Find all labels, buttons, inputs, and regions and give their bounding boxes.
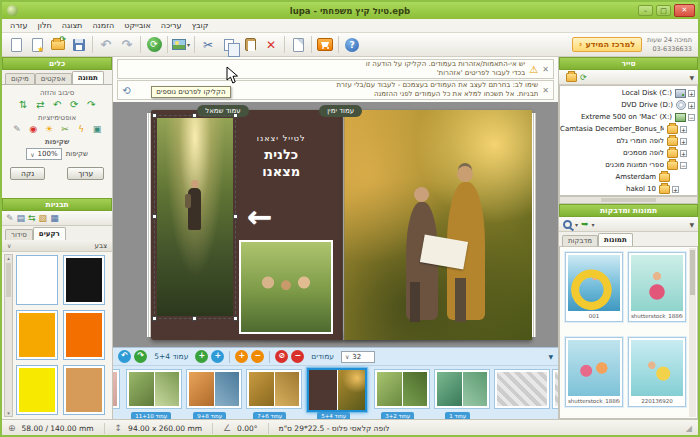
flip-horizontal-icon[interactable]: ⇄ (34, 99, 47, 110)
tree-item-ready-books[interactable]: ספרי תמונות מוכנים− (560, 159, 697, 171)
resize-handle[interactable] (152, 316, 157, 321)
panel-menu-icon[interactable]: ▼ (689, 221, 694, 228)
tree-item-extreme-500[interactable]: Extreme 500 on 'Mac' (X:)− (560, 111, 697, 123)
expander-icon[interactable]: + (680, 150, 687, 157)
cut-icon[interactable]: ✂ (198, 35, 218, 54)
spread-thumb[interactable] (127, 370, 181, 408)
remove-pages-button[interactable]: − (291, 350, 304, 363)
preview-refresh-icon[interactable]: ⟳ (144, 35, 164, 54)
spread-thumb[interactable] (247, 370, 301, 408)
left-page[interactable]: לטייל יצאנו כלנית מצאנו ← (151, 110, 343, 340)
tree-item-documents[interactable]: לופה מסמכים+ (560, 147, 697, 159)
expander-icon[interactable]: + (688, 90, 695, 97)
tab-position[interactable]: מיקום (5, 73, 35, 84)
expander-icon[interactable]: − (680, 162, 687, 169)
background-swatch[interactable] (63, 365, 105, 415)
tab-image[interactable]: תמונה (72, 71, 104, 84)
image-thumb[interactable]: 220136920 (628, 337, 686, 407)
save-icon[interactable] (69, 35, 89, 54)
resize-handle[interactable] (192, 113, 197, 118)
next-spread-button[interactable]: ↷ (134, 350, 147, 363)
open-project-icon[interactable] (48, 35, 68, 54)
free-rotate-icon[interactable]: ⟳ (68, 99, 81, 110)
add-background-icon[interactable]: ▦ (50, 213, 59, 223)
images-scrollbar[interactable] (689, 248, 696, 417)
compare-icon[interactable]: ▣ (91, 124, 103, 134)
page-editor-canvas[interactable]: עמוד שמאל עמוד ימין (113, 102, 558, 347)
tab-effects[interactable]: אפקטים (35, 73, 72, 84)
undo-icon[interactable]: ↶ (96, 35, 116, 54)
menu-edit[interactable]: עריכה (156, 21, 187, 30)
background-swatch[interactable] (16, 255, 58, 305)
delete-icon[interactable]: ✕ (261, 35, 281, 54)
spread-thumb[interactable] (187, 370, 241, 408)
resize-handle[interactable] (233, 316, 238, 321)
right-page[interactable] (344, 110, 532, 340)
background-swatch[interactable] (63, 310, 105, 360)
auto-enhance-icon[interactable]: ϟ (75, 124, 87, 134)
paste-icon[interactable] (240, 35, 260, 54)
resize-handle[interactable] (233, 113, 238, 118)
resize-handle[interactable] (152, 214, 157, 219)
page-text[interactable]: לטייל יצאנו כלנית מצאנו (245, 134, 317, 179)
tab-backgrounds[interactable]: רקעים (33, 227, 66, 240)
expander-icon[interactable]: + (688, 102, 695, 109)
spread-thumb[interactable] (375, 370, 429, 408)
flip-vertical-icon[interactable]: ⇅ (17, 99, 30, 110)
tab-images[interactable]: תמונות (598, 233, 633, 246)
background-swatch[interactable] (16, 310, 58, 360)
move-page-back-button[interactable]: − (251, 350, 264, 363)
menu-view[interactable]: תצוגה (57, 21, 88, 30)
color-group-header[interactable]: ∨ צבע (2, 240, 112, 252)
pages-count-dropdown[interactable]: ∨ 32 (341, 351, 375, 363)
expander-icon[interactable]: − (688, 114, 695, 121)
tree-item-dvd-drive[interactable]: DVD Drive (D:)+ (560, 99, 697, 111)
image-thumb[interactable]: shutterstock_188660645 (565, 337, 623, 407)
tree-item-raw-materials[interactable]: לופה חומרי גלם+ (560, 135, 697, 147)
tree-item-local-disk[interactable]: Local Disk (C:)+ (560, 87, 697, 99)
image-thumb[interactable]: shutterstock_188660649 (628, 252, 686, 322)
rotate-left-icon[interactable]: ↶ (51, 99, 64, 110)
insert-image-icon[interactable]: ▾ (171, 35, 191, 54)
refresh-tree-icon[interactable]: ⟳ (580, 73, 587, 82)
redo-icon[interactable]: ↷ (117, 35, 137, 54)
collapse-strip-icon[interactable]: ▼ (548, 353, 553, 360)
help-icon[interactable]: ? (342, 35, 362, 54)
red-eye-icon[interactable]: ◉ (27, 124, 39, 134)
clear-button[interactable]: נקה (10, 167, 45, 180)
edit-button[interactable]: ערוך (67, 167, 104, 180)
prev-spread-button[interactable]: ↶ (118, 350, 131, 363)
minimize-button[interactable]: – (638, 5, 653, 16)
send-to-page-icon[interactable]: ➥ (581, 219, 589, 229)
resize-handle[interactable] (233, 214, 238, 219)
spread-thumb[interactable] (435, 370, 489, 408)
background-swatch[interactable] (63, 255, 105, 305)
arrow-graphic[interactable]: ← (247, 202, 272, 232)
image-thumb[interactable]: 001 (565, 252, 623, 322)
spread-thumb-selected[interactable] (307, 368, 367, 412)
copy-icon[interactable] (219, 35, 239, 54)
clear-page-button[interactable]: ⊘ (275, 350, 288, 363)
close-icon[interactable]: ✕ (542, 86, 549, 95)
insert-pages-button[interactable]: + (211, 350, 224, 363)
rotate-right-icon[interactable]: ↷ (85, 99, 98, 110)
retouch-icon[interactable]: ✎ (11, 124, 23, 134)
tab-layout[interactable]: סידור (5, 229, 33, 240)
brightness-icon[interactable]: ☀ (43, 124, 55, 134)
expander-icon[interactable]: + (680, 126, 687, 133)
spread-thumb-partial[interactable] (553, 370, 558, 408)
resize-handle[interactable] (192, 316, 197, 321)
opacity-dropdown[interactable]: ∨ 100% (26, 148, 61, 160)
move-page-forward-button[interactable]: + (235, 350, 248, 363)
chevron-down-icon[interactable]: ▾ (592, 221, 595, 228)
resize-handle[interactable] (152, 113, 157, 118)
spread-thumb-partial[interactable] (495, 370, 549, 408)
new-document-icon[interactable] (6, 35, 26, 54)
menu-order[interactable]: הזמנה (87, 21, 119, 30)
background-swatch[interactable] (16, 365, 58, 415)
tree-item-camtasia[interactable]: Camtasia December_Bonus_Mac+ (560, 123, 697, 135)
shopping-cart-icon[interactable] (315, 35, 335, 54)
swatch-scrollbar[interactable]: ▴▾ (4, 254, 13, 417)
chevron-down-icon[interactable]: ▾ (575, 221, 578, 228)
tree-item-hakol-10[interactable]: hakol 10+ (560, 183, 697, 195)
